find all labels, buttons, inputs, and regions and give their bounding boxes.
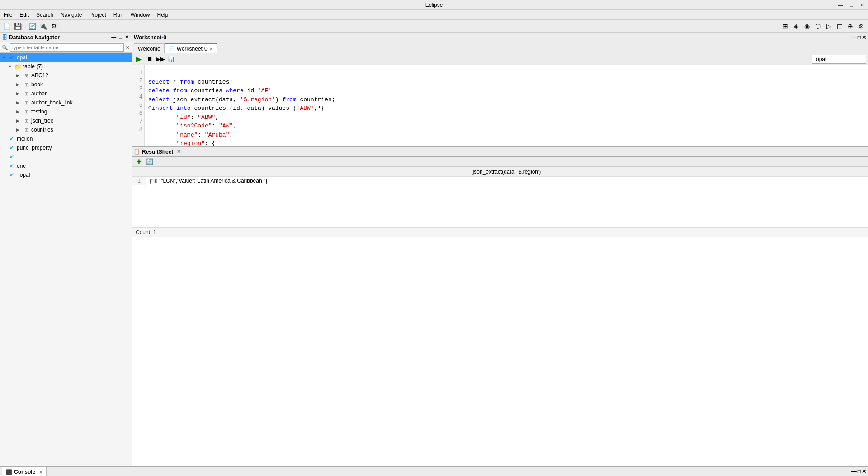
connection-icon: ✔: [8, 54, 15, 61]
worksheet-tab-icon: 📄: [169, 46, 175, 52]
titlebar-controls[interactable]: — □ ✕: [834, 0, 868, 10]
menu-project[interactable]: Project: [85, 11, 109, 19]
table-icon: ⊞: [23, 108, 30, 115]
tree-label-opal: opal: [17, 54, 27, 61]
menu-run[interactable]: Run: [110, 11, 127, 19]
menu-file[interactable]: File: [0, 11, 16, 19]
sql-toolbar: ▶ ⏹ ▶▶ 📊 opal: [132, 53, 868, 65]
connection-selector[interactable]: opal: [812, 55, 866, 64]
tree-item-table[interactable]: ▼ 📁 table (7): [0, 62, 132, 71]
console-panel: ⬛ Console ✕ — □ ✕ 1 2019-03-19 11:41:52 …: [0, 466, 868, 476]
result-add-btn[interactable]: ✚: [134, 157, 144, 166]
console-close[interactable]: ✕: [862, 468, 866, 475]
maximize-btn[interactable]: □: [846, 0, 857, 10]
row-num-header: [132, 167, 146, 177]
explain-btn[interactable]: 📊: [166, 55, 176, 64]
search-icon: 🔍: [2, 45, 8, 51]
worksheet-maximize[interactable]: □: [858, 34, 861, 41]
toolbar-extra-4[interactable]: ⬡: [813, 21, 823, 31]
console-header: ⬛ Console ✕ — □ ✕: [0, 467, 868, 476]
tab-welcome-label: Welcome: [138, 46, 160, 52]
tree-label-countries: countries: [31, 127, 53, 133]
stop-sql-btn[interactable]: ⏹: [145, 55, 155, 64]
menu-search[interactable]: Search: [33, 11, 57, 19]
result-close-icon[interactable]: ✕: [177, 149, 181, 155]
tree-container: ▼ ✔ opal ▼ 📁 table (7) ▶ ⊞ ABC12 ▶ ⊞ boo…: [0, 53, 132, 466]
refresh-btn[interactable]: 🔄: [27, 21, 37, 31]
tree-label-one: one: [17, 163, 26, 169]
search-clear-btn[interactable]: ✕: [126, 45, 130, 51]
toolbar-extra-1[interactable]: ⊞: [780, 21, 790, 31]
tree-item-testing[interactable]: ▶ ⊞ testing: [0, 107, 132, 116]
console-minimize[interactable]: —: [851, 468, 857, 475]
db-nav-close[interactable]: ✕: [124, 34, 130, 40]
arrow-icon: ▶: [16, 118, 23, 123]
tab-welcome[interactable]: Welcome: [134, 43, 165, 53]
console-tab[interactable]: ⬛ Console ✕: [2, 467, 47, 476]
arrow-icon: ▶: [16, 127, 23, 132]
tree-item-author[interactable]: ▶ ⊞ author: [0, 89, 132, 98]
tree-item-opal[interactable]: ▼ ✔ opal: [0, 53, 132, 62]
filter-input[interactable]: [10, 43, 124, 52]
toolbar-extra-2[interactable]: ◈: [791, 21, 801, 31]
tree-item-author-book-link[interactable]: ▶ ⊞ author_book_link: [0, 98, 132, 107]
menu-window[interactable]: Window: [127, 11, 154, 19]
menu-edit[interactable]: Edit: [16, 11, 33, 19]
save-btn[interactable]: 💾: [13, 21, 23, 31]
toolbar-extra-7[interactable]: ⊕: [845, 21, 855, 31]
worksheet-panel-title: Worksheet-0: [134, 34, 166, 41]
folder-icon: 📁: [14, 63, 22, 70]
console-tab-label: Console: [14, 469, 35, 475]
tab-worksheet0[interactable]: 📄 Worksheet-0 ✕: [165, 43, 217, 53]
tree-label-json-tree: json_tree: [31, 118, 53, 124]
db-nav-minimize[interactable]: —: [110, 34, 117, 40]
toolbar-extra-8[interactable]: ⊗: [856, 21, 866, 31]
search-bar: 🔍 ✕: [0, 42, 132, 53]
table-icon: ⊞: [23, 99, 30, 106]
toolbar-extra-6[interactable]: ◫: [835, 21, 844, 31]
minimize-btn[interactable]: —: [834, 0, 846, 10]
main-toolbar: 📄 💾 🔄 🔌 ⚙ ⊞ ◈ ◉ ⬡ ▷ ◫ ⊕ ⊗: [0, 20, 868, 33]
tree-item-mellon[interactable]: ✔ mellon: [0, 134, 132, 143]
app-title: Eclipse: [425, 2, 443, 8]
arrow-icon: ▶: [16, 82, 23, 87]
tree-label-table: table (7): [23, 63, 43, 70]
tab-close-btn[interactable]: ✕: [209, 47, 213, 52]
close-btn[interactable]: ✕: [857, 0, 868, 10]
menu-navigate[interactable]: Navigate: [57, 11, 85, 19]
connect-btn[interactable]: 🔌: [38, 21, 48, 31]
console-tab-close[interactable]: ✕: [39, 470, 42, 475]
col-header-json: json_extract(data, '$.region'): [146, 167, 868, 177]
tree-item-countries[interactable]: ▶ ⊞ countries: [0, 125, 132, 134]
run-sql-btn[interactable]: ▶: [134, 55, 144, 64]
tree-item-opal2[interactable]: ✔ _opal: [0, 170, 132, 179]
tree-label-pune-property: pune_property: [17, 145, 52, 151]
tree-item-one[interactable]: ✔ one: [0, 161, 132, 170]
tree-item-json-tree[interactable]: ▶ ⊞ json_tree: [0, 116, 132, 125]
table-icon: ⊞: [23, 72, 30, 79]
menu-help[interactable]: Help: [154, 11, 172, 19]
toolbar-extra-3[interactable]: ◉: [802, 21, 812, 31]
tree-item-book[interactable]: ▶ ⊞ book: [0, 80, 132, 89]
worksheet-minimize[interactable]: —: [851, 34, 857, 41]
tree-item-pune-property[interactable]: ✔ pune_property: [0, 143, 132, 152]
toolbar-extra-5[interactable]: ▷: [824, 21, 834, 31]
settings-btn[interactable]: ⚙: [49, 21, 59, 31]
run-script-btn[interactable]: ▶▶: [156, 55, 165, 64]
arrow-icon: ▶: [16, 100, 23, 105]
table-icon: ⊞: [23, 126, 30, 133]
menubar: File Edit Search Navigate Project Run Wi…: [0, 10, 868, 20]
result-refresh-btn[interactable]: 🔄: [145, 157, 155, 166]
arrow-icon: ▶: [16, 73, 23, 78]
code-editor[interactable]: select * from countries; delete from cou…: [145, 65, 868, 146]
new-btn[interactable]: 📄: [2, 21, 12, 31]
worksheet-close[interactable]: ✕: [862, 34, 866, 41]
table-icon: ⊞: [23, 117, 30, 124]
tree-item-empty[interactable]: ✔: [0, 152, 132, 161]
tree-item-abc12[interactable]: ▶ ⊞ ABC12: [0, 71, 132, 80]
tree-label-opal2: _opal: [17, 172, 30, 178]
table-icon: ⊞: [23, 81, 30, 88]
db-nav-maximize[interactable]: □: [118, 34, 123, 40]
console-maximize[interactable]: □: [858, 468, 861, 475]
tree-label-author: author: [31, 90, 47, 97]
